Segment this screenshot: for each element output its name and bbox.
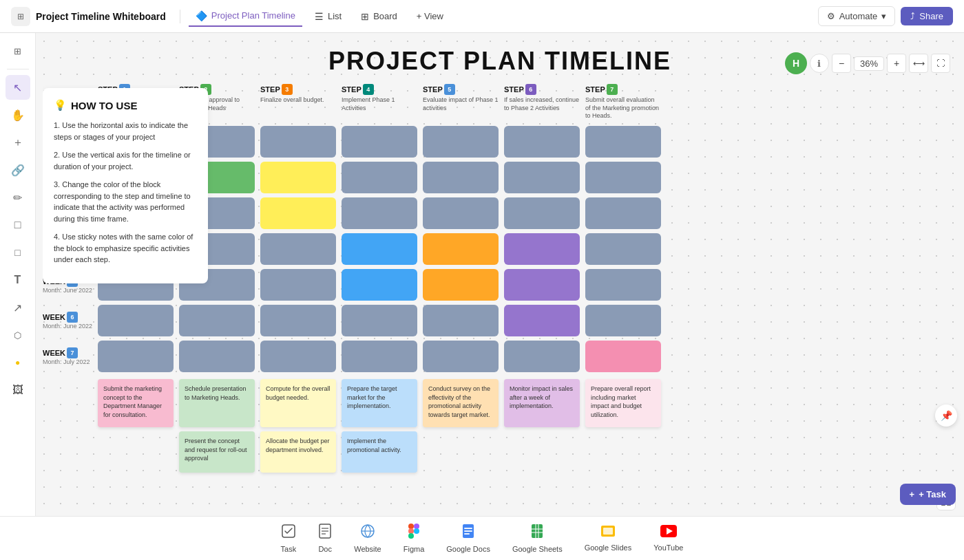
- cell-w3-s4[interactable]: [342, 197, 417, 229]
- tab-view[interactable]: + View: [410, 7, 450, 25]
- tab-list[interactable]: ☰ List: [308, 7, 348, 26]
- cell-w6-s3[interactable]: [260, 305, 336, 336]
- main-area: ⊞ ↖ ✋ ＋ 🔗 ✏ □ □ T ↗ ⬡ ● 🖼 H ℹ − 36% + ⟷ …: [0, 33, 964, 516]
- sticky-row2-1[interactable]: Present the concept and request for roll…: [179, 431, 255, 473]
- youtube-icon: [660, 525, 677, 541]
- cell-w7-s3[interactable]: [260, 341, 336, 372]
- cell-w2-s5[interactable]: [423, 162, 499, 193]
- app-logo: ⊞: [11, 7, 30, 26]
- sticky-row1-3[interactable]: Prepare the target market for the implem…: [342, 379, 417, 427]
- sticky-row1-4[interactable]: Conduct survey on the effectivity of the…: [423, 379, 499, 427]
- sidebar-icon-select[interactable]: ＋: [6, 130, 30, 155]
- cell-w7-s4[interactable]: [342, 341, 417, 372]
- sticky-row1-0[interactable]: Submit the marketing concept to the Depa…: [98, 379, 174, 427]
- cell-w5-s5[interactable]: [423, 269, 499, 301]
- sidebar-icon-logo[interactable]: ⊞: [6, 39, 30, 63]
- stickies-row-2: Present the concept and request for roll…: [98, 431, 957, 473]
- cell-w5-s6[interactable]: [504, 269, 580, 301]
- google-docs-label: Google Docs: [446, 545, 490, 553]
- how-to-use-item-3: 3. Change the color of the block corresp…: [54, 179, 197, 224]
- info-button[interactable]: ℹ: [810, 54, 829, 73]
- sidebar-icon-link[interactable]: 🔗: [6, 158, 30, 182]
- cell-w1-s7[interactable]: [585, 126, 661, 158]
- toolbar-item-google-slides[interactable]: Google Slides: [585, 525, 632, 552]
- cell-w6-s2[interactable]: [179, 305, 255, 336]
- cell-w6-s1[interactable]: [98, 305, 174, 336]
- tab-project-plan-timeline[interactable]: 🔷 Project Plan Timeline: [189, 6, 302, 27]
- cell-w6-s7[interactable]: [585, 305, 661, 336]
- cell-w1-s3[interactable]: [260, 126, 336, 158]
- sticky-row1-1[interactable]: Schedule presentation to Marketing Heads…: [179, 379, 255, 427]
- toolbar-item-doc[interactable]: Doc: [318, 524, 332, 553]
- cell-w6-s5[interactable]: [423, 305, 499, 336]
- cell-w1-s6[interactable]: [504, 126, 580, 158]
- figma-label: Figma: [404, 545, 425, 553]
- fullscreen-button[interactable]: ⛶: [931, 54, 950, 73]
- sidebar-icon-sticky[interactable]: □: [6, 240, 30, 265]
- cell-w7-s5[interactable]: [423, 341, 499, 372]
- user-avatar[interactable]: H: [785, 52, 807, 74]
- cell-w5-s3[interactable]: [260, 269, 336, 301]
- svg-rect-8: [414, 524, 419, 529]
- cell-w7-s6[interactable]: [504, 341, 580, 372]
- toolbar-item-website[interactable]: Website: [354, 524, 381, 553]
- pin-button[interactable]: 📌: [935, 405, 957, 427]
- zoom-in-button[interactable]: +: [887, 54, 906, 73]
- sidebar-icon-hand[interactable]: ✋: [6, 103, 30, 127]
- cell-w3-s5[interactable]: [423, 197, 499, 229]
- tab-board[interactable]: ⊞ Board: [354, 7, 404, 26]
- share-button[interactable]: ⤴ Share: [901, 7, 953, 25]
- cell-w7-s7[interactable]: [585, 341, 661, 372]
- cell-w3-s3[interactable]: [260, 197, 336, 229]
- cell-w3-s6[interactable]: [504, 197, 580, 229]
- sidebar-icon-text[interactable]: T: [6, 268, 30, 292]
- cell-w3-s7[interactable]: [585, 197, 661, 229]
- cell-w7-s1[interactable]: [98, 341, 174, 372]
- sidebar-icon-magic[interactable]: ●: [6, 350, 30, 375]
- cell-w2-s7[interactable]: [585, 162, 661, 193]
- sticky-row1-6[interactable]: Prepare overall report including market …: [585, 379, 661, 427]
- cell-w6-s6[interactable]: [504, 305, 580, 336]
- sidebar-icon-shape[interactable]: □: [6, 213, 30, 237]
- sidebar-icon-pencil[interactable]: ✏: [6, 185, 30, 210]
- sidebar-icon-image[interactable]: 🖼: [6, 378, 30, 402]
- google-slides-label: Google Slides: [585, 543, 632, 552]
- website-label: Website: [354, 545, 381, 553]
- cell-w1-s5[interactable]: [423, 126, 499, 158]
- cell-w5-s7[interactable]: [585, 269, 661, 301]
- cell-w2-s4[interactable]: [342, 162, 417, 193]
- toolbar-item-youtube[interactable]: YouTube: [653, 525, 683, 552]
- cell-w4-s3[interactable]: [260, 233, 336, 265]
- sticky-row1-5[interactable]: Monitor impact in sales after a week of …: [504, 379, 580, 427]
- cell-w4-s5[interactable]: [423, 233, 499, 265]
- svg-rect-15: [464, 533, 470, 535]
- topbar-right: ⚙ Automate ▾ ⤴ Share: [818, 6, 953, 26]
- toolbar-item-google-sheets[interactable]: Google Sheets: [512, 524, 563, 553]
- cell-w4-s7[interactable]: [585, 233, 661, 265]
- cell-w5-s4[interactable]: [342, 269, 417, 301]
- week-row-7: WEEK 7Month: July 2022: [43, 341, 957, 372]
- cell-w2-s6[interactable]: [504, 162, 580, 193]
- toolbar-item-figma[interactable]: Figma: [404, 524, 425, 553]
- add-task-label: + Task: [919, 489, 946, 499]
- sidebar-icon-connector[interactable]: ↗: [6, 295, 30, 320]
- cell-w4-s6[interactable]: [504, 233, 580, 265]
- automate-button[interactable]: ⚙ Automate ▾: [818, 6, 896, 26]
- toolbar-item-google-docs[interactable]: Google Docs: [446, 524, 490, 553]
- sticky-row2-3[interactable]: Implement the promotional activity.: [342, 431, 417, 473]
- cell-w1-s4[interactable]: [342, 126, 417, 158]
- cell-w2-s3[interactable]: [260, 162, 336, 193]
- zoom-fit-button[interactable]: ⟷: [909, 54, 928, 73]
- sticky-row1-2[interactable]: Compute for the overall budget needed.: [260, 379, 336, 427]
- sidebar-icon-mindmap[interactable]: ⬡: [6, 323, 30, 347]
- sidebar-icon-cursor[interactable]: ↖: [6, 75, 30, 100]
- cell-w6-s4[interactable]: [342, 305, 417, 336]
- cell-w4-s4[interactable]: [342, 233, 417, 265]
- topbar-divider: [180, 10, 180, 23]
- sticky-row2-2[interactable]: Allocate the budget per department invol…: [260, 431, 336, 473]
- cell-w7-s2[interactable]: [179, 341, 255, 372]
- automate-icon: ⚙: [827, 11, 835, 21]
- add-task-button[interactable]: + + Task: [900, 484, 956, 505]
- zoom-out-button[interactable]: −: [832, 54, 851, 73]
- toolbar-item-task[interactable]: Task: [281, 524, 297, 553]
